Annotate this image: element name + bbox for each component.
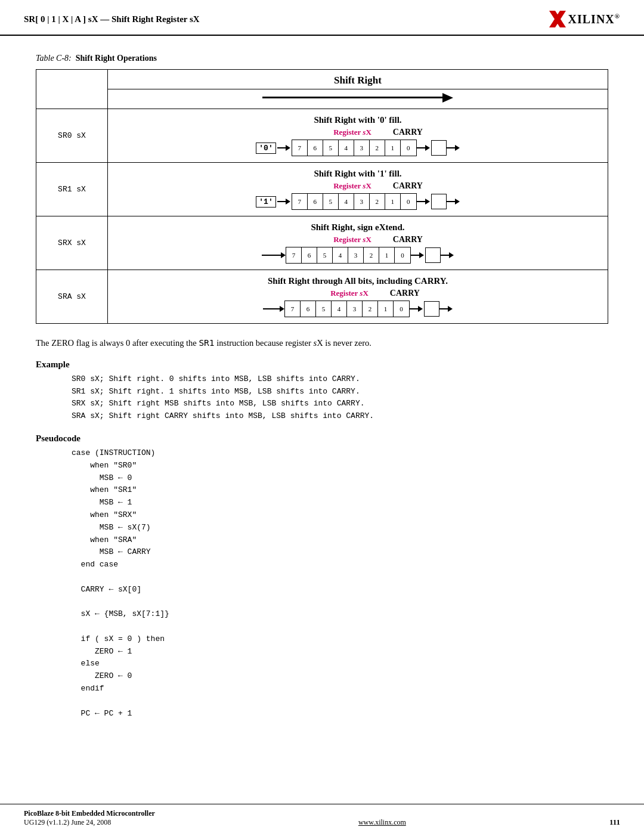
sr1-out-arrow [417, 198, 430, 205]
footer-left: PicoBlaze 8-bit Embedded Microcontroller… [24, 809, 155, 827]
table-main-header: Shift Right [108, 70, 608, 89]
sra-out-arrow [410, 305, 423, 312]
srx-diagram-cells: 7 6 5 4 3 2 1 0 [120, 247, 596, 264]
sr0-diagram-cells: '0' 7 6 5 4 3 2 1 0 [120, 140, 596, 156]
page-header: SR[ 0 | 1 | X | A ] sX — Shift Right Reg… [0, 0, 644, 36]
example-heading: Example [36, 360, 608, 370]
caption-bold: Shift Right Operations [76, 54, 157, 63]
sra-diagram-cells: 7 6 5 4 3 2 1 0 [120, 301, 596, 317]
sr0-title: Shift Right with '0' fill. [120, 115, 596, 125]
table-row: SRA sX Shift Right through All bits, inc… [36, 270, 608, 324]
sr1-cells: 7 6 5 4 3 2 1 0 [292, 193, 417, 210]
sr1-label-row: Register sX CARRY [120, 181, 596, 191]
sra-carry-label: CARRY [390, 289, 420, 298]
footer-version: UG129 (v1.1.2) June 24, 2008 [24, 818, 111, 826]
sr1-carry-box [431, 194, 447, 209]
caption-italic: Table C-8: [36, 54, 72, 63]
example-code: SR0 sX; Shift right. 0 shifts into MSB, … [72, 373, 608, 423]
sr0-carry-out-arrow [447, 144, 460, 151]
sr1-diagram-cells: '1' 7 6 5 4 3 2 1 0 [120, 193, 596, 210]
sr0-carry-label: CARRY [393, 128, 423, 137]
xilinx-logo: XILINX® [549, 11, 620, 27]
table-row: SR1 sX Shift Right with '1' fill. Regist… [36, 163, 608, 216]
sr1-diagram: Shift Right with '1' fill. Register sX C… [108, 163, 608, 216]
shift-direction-arrow [262, 92, 453, 103]
sr1-carry-label: CARRY [393, 181, 423, 191]
sr1-label: SR1 sX [36, 163, 108, 216]
pseudocode-block: case (INSTRUCTION) when "SR0" MSB ← 0 wh… [72, 447, 608, 720]
footer-product-name: PicoBlaze 8-bit Embedded Microcontroller [24, 809, 155, 817]
table-row: SR0 sX Shift Right with '0' fill. Regist… [36, 109, 608, 163]
shift-right-table: Shift Right SR0 sX Shift Right with '0' … [36, 69, 608, 324]
pseudocode-heading: Pseudocode [36, 433, 608, 444]
sr0-reg-label: Register sX [333, 128, 371, 137]
srx-carry-label: CARRY [393, 235, 423, 244]
sr0-carry-box [431, 140, 447, 156]
sra-carry-out-arrow [439, 305, 453, 312]
page-footer: PicoBlaze 8-bit Embedded Microcontroller… [0, 804, 644, 833]
sra-label: SRA sX [36, 270, 108, 324]
footer-url: www.xilinx.com [358, 818, 406, 827]
page-content: Table C-8: Shift Right Operations Shift … [0, 36, 644, 748]
sra-carry-in-arrow [263, 305, 284, 312]
footer-page-number: 111 [609, 817, 620, 827]
sra-diagram: Shift Right through All bits, including … [108, 270, 608, 324]
table-row: SRX sX Shift Right, sign eXtend. Registe… [36, 216, 608, 270]
sr1-input-label: '1' [256, 196, 275, 208]
sra-title: Shift Right through All bits, including … [120, 276, 596, 286]
sr1-title: Shift Right with '1' fill. [120, 169, 596, 179]
srx-out-arrow [411, 252, 424, 259]
srx-label-row: Register sX CARRY [120, 235, 596, 244]
srx-carry-box [425, 247, 441, 263]
srx-label: SRX sX [36, 216, 108, 270]
sr0-input: '0' [256, 143, 290, 154]
sra-reg-label: Register sX [330, 289, 369, 298]
srx-title: Shift Right, sign eXtend. [120, 222, 596, 233]
xilinx-text: XILINX® [568, 13, 620, 26]
sra-label-row: Register sX CARRY [120, 289, 596, 298]
sr1-carry-out-arrow [447, 198, 460, 205]
sr0-label-row: Register sX CARRY [120, 128, 596, 137]
sr1-input-arrow [277, 198, 290, 205]
sr0-out-arrow [417, 144, 430, 151]
sr1-reg-label: Register sX [333, 181, 371, 191]
srx-carry-out-arrow [441, 252, 454, 259]
sra-carry-box [424, 301, 439, 317]
sr0-cells: 7 6 5 4 3 2 1 0 [292, 140, 417, 156]
sr0-input-arrow [277, 144, 290, 151]
srx-cells: 7 6 5 4 3 2 1 0 [286, 247, 411, 264]
sr1-input: '1' [256, 196, 290, 208]
sr0-label: SR0 sX [36, 109, 108, 163]
srx-in-arrow [262, 252, 286, 259]
sr0-diagram: Shift Right with '0' fill. Register sX C… [108, 109, 608, 163]
sr0-input-label: '0' [256, 143, 275, 154]
table-caption: Table C-8: Shift Right Operations [36, 54, 608, 63]
zero-flag-paragraph: The ZERO flag is always 0 after executin… [36, 337, 608, 350]
srx-diagram: Shift Right, sign eXtend. Register sX CA… [108, 216, 608, 270]
header-title: SR[ 0 | 1 | X | A ] sX — Shift Right Reg… [24, 14, 200, 24]
sra-cells: 7 6 5 4 3 2 1 0 [284, 301, 410, 317]
srx-reg-label: Register sX [333, 235, 371, 244]
xilinx-icon [549, 11, 566, 27]
